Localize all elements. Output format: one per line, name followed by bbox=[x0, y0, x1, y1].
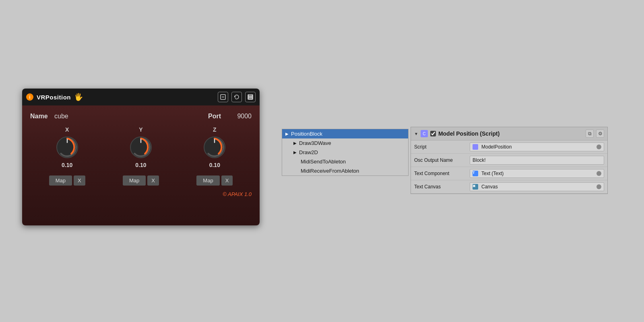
inspector-collapse-arrow[interactable]: ▼ bbox=[414, 132, 418, 136]
hierarchy-label-draw3dwave: Draw3DWave bbox=[299, 140, 331, 146]
hierarchy-item-draw2d[interactable]: ▶ Draw2D bbox=[282, 148, 408, 157]
vr-knobs-row: X 0.10 Y bbox=[30, 126, 252, 168]
inspector-script-icon: C bbox=[421, 130, 428, 137]
vr-clear-x-button[interactable]: X bbox=[74, 175, 85, 186]
vr-knob-x-control[interactable] bbox=[54, 134, 80, 160]
inspector-copy-button[interactable]: ⧉ bbox=[586, 130, 594, 138]
vr-map-x-button[interactable]: Map bbox=[49, 175, 72, 186]
svg-rect-3 bbox=[249, 95, 252, 97]
inspector-textcomp-label: Text Component bbox=[414, 171, 466, 176]
vr-knob-z-control[interactable] bbox=[202, 134, 227, 160]
hierarchy-panel: ▶ PositionBlock ▶ Draw3DWave ▶ Draw2D Mi… bbox=[282, 129, 409, 176]
vr-orange-icon: i bbox=[26, 93, 33, 101]
inspector-textcomp-text: Text (Text) bbox=[481, 171, 504, 176]
vr-clear-y-button[interactable]: X bbox=[147, 175, 159, 186]
vr-map-group-z: Map X bbox=[196, 175, 233, 186]
vr-knob-y-label: Y bbox=[139, 126, 142, 133]
inspector-header-right: ⧉ ⚙ bbox=[586, 130, 604, 138]
vr-panel-title: VRPosition bbox=[37, 94, 71, 101]
vr-map-row: Map X Map X Map X bbox=[30, 175, 252, 186]
inspector-enabled-checkbox[interactable] bbox=[430, 131, 436, 136]
inspector-textcomp-dot[interactable] bbox=[597, 171, 601, 176]
inspector-header: ▼ C Model Position (Script) ⧉ ⚙ bbox=[411, 127, 607, 140]
inspector-script-dot[interactable] bbox=[597, 144, 601, 149]
inspector-canvas-text: Canvas bbox=[481, 184, 498, 190]
hierarchy-label-midireceive: MidiReceiveFromAbleton bbox=[301, 168, 359, 174]
vr-name-value: cube bbox=[54, 113, 87, 120]
canvas-icon: ▣ bbox=[473, 184, 478, 190]
vr-knob-z: Z 0.10 bbox=[202, 126, 227, 168]
vr-knob-y-control[interactable] bbox=[128, 134, 154, 160]
hierarchy-item-positionblock[interactable]: ▶ PositionBlock bbox=[282, 129, 408, 138]
vr-title-left: i VRPosition 🖐 bbox=[26, 93, 83, 101]
vr-copyright: © APAIX 1.0 bbox=[223, 191, 252, 197]
vr-clear-z-button[interactable]: X bbox=[221, 175, 233, 186]
inspector-script-value[interactable]: ModelPosition bbox=[470, 142, 604, 151]
vr-knob-x: X 0.10 bbox=[54, 126, 80, 168]
inspector-osc-label: Osc Output Name bbox=[414, 157, 466, 163]
hierarchy-arrow-draw3dwave: ▶ bbox=[293, 141, 297, 145]
vr-port-label: Port bbox=[208, 113, 221, 120]
inspector-script-text: ModelPosition bbox=[481, 144, 512, 150]
hierarchy-label-draw2d: Draw2D bbox=[299, 149, 318, 155]
vr-knob-y-value: 0.10 bbox=[135, 162, 146, 168]
vr-hand-icon: 🖐 bbox=[74, 93, 83, 101]
vr-knob-y: Y 0.10 bbox=[128, 126, 154, 168]
inspector-row-canvas: Text Canvas ▣ Canvas bbox=[411, 180, 607, 194]
hierarchy-arrow-draw2d: ▶ bbox=[293, 150, 297, 155]
inspector-panel: ▼ C Model Position (Script) ⧉ ⚙ Script M… bbox=[411, 127, 608, 194]
vr-knob-x-label: X bbox=[65, 126, 69, 133]
vr-map-group-x: Map X bbox=[49, 175, 85, 186]
vr-titlebar: i VRPosition 🖐 bbox=[22, 89, 260, 105]
vr-name-label: Name bbox=[30, 113, 54, 120]
vr-knob-x-value: 0.10 bbox=[62, 162, 72, 168]
vr-map-group-y: Map X bbox=[123, 175, 159, 186]
inspector-script-label: Script bbox=[414, 144, 466, 150]
vr-footer: © APAIX 1.0 bbox=[30, 191, 252, 197]
vr-port-value: 9000 bbox=[227, 113, 252, 120]
hierarchy-label-midisend: MidiSendToAbleton bbox=[301, 159, 346, 165]
vr-save-button[interactable] bbox=[245, 92, 256, 102]
hierarchy-label-positionblock: PositionBlock bbox=[291, 131, 322, 137]
inspector-row-osc: Osc Output Name Block! bbox=[411, 154, 607, 167]
inspector-osc-text: Block! bbox=[473, 157, 486, 163]
vr-title-controls bbox=[218, 92, 256, 102]
hierarchy-item-draw3dwave[interactable]: ▶ Draw3DWave bbox=[282, 138, 408, 148]
hierarchy-item-midireceive[interactable]: MidiReceiveFromAbleton bbox=[282, 166, 408, 175]
svg-rect-4 bbox=[249, 97, 252, 99]
vr-map-y-button[interactable]: Map bbox=[123, 175, 146, 186]
inspector-canvas-dot[interactable] bbox=[597, 184, 601, 189]
text-t-icon: T bbox=[473, 171, 478, 176]
vr-refresh-button[interactable] bbox=[231, 92, 242, 102]
inspector-textcomp-value[interactable]: T Text (Text) bbox=[470, 169, 604, 178]
vr-position-panel: i VRPosition 🖐 Name cube Port 9000 bbox=[22, 89, 260, 225]
hierarchy-item-midisend[interactable]: MidiSendToAbleton bbox=[282, 157, 408, 166]
inspector-row-script: Script ModelPosition bbox=[411, 140, 607, 154]
inspector-title: Model Position (Script) bbox=[438, 130, 500, 137]
vr-name-port-row: Name cube Port 9000 bbox=[30, 113, 252, 120]
vr-knob-z-value: 0.10 bbox=[209, 162, 220, 168]
vr-knob-z-label: Z bbox=[213, 126, 217, 133]
inspector-header-left: ▼ C Model Position (Script) bbox=[414, 130, 583, 137]
script-icon bbox=[473, 144, 478, 150]
inspector-osc-value[interactable]: Block! bbox=[470, 156, 604, 165]
vr-body: Name cube Port 9000 X 0.10 bbox=[22, 105, 260, 225]
inspector-canvas-label: Text Canvas bbox=[414, 184, 466, 190]
inspector-canvas-value[interactable]: ▣ Canvas bbox=[470, 182, 604, 191]
hierarchy-arrow-positionblock: ▶ bbox=[285, 132, 289, 136]
inspector-row-textcomp: Text Component T Text (Text) bbox=[411, 167, 607, 180]
vr-map-z-button[interactable]: Map bbox=[196, 175, 219, 186]
inspector-settings-button[interactable]: ⚙ bbox=[596, 130, 604, 138]
vr-resize-button[interactable] bbox=[218, 92, 228, 102]
